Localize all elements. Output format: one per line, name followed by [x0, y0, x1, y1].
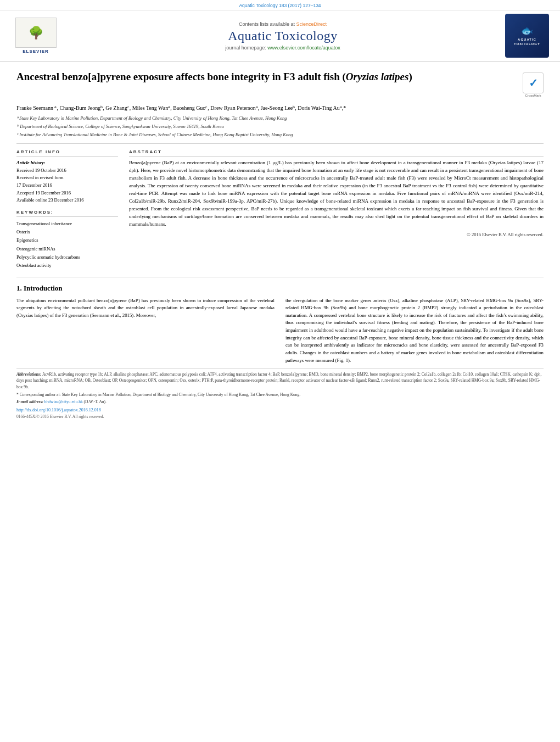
keywords-section: Keywords: Transgenerational inheritance …	[16, 210, 118, 270]
affiliation-a: ᵃ State Key Laboratory in Marine Polluti…	[16, 115, 544, 122]
intro-col-left: The ubiquitous environmental pollutant b…	[16, 297, 275, 365]
available-date: Available online 23 December 2016	[16, 197, 118, 204]
keywords-list: Transgenerational inheritance Osterix Ep…	[16, 220, 118, 270]
aquatic-toxicology-badge: 🐟 AQUATICTOXIcoLOGY	[505, 14, 549, 58]
abbreviations-text: AcvR1b, activating receptor type 1b; ALP…	[16, 372, 541, 389]
journal-reference: Aquatic Toxicology 183 (2017) 127–134	[0, 0, 560, 10]
homepage-url[interactable]: www.elsevier.com/locate/aquatox	[267, 45, 340, 51]
page: Aquatic Toxicology 183 (2017) 127–134 🌳 …	[0, 0, 560, 742]
issn-line: 0166-445X/© 2016 Elsevier B.V. All right…	[16, 414, 544, 420]
affiliation-c: ᶜ Institute for Advancing Translational …	[16, 131, 544, 138]
email-label: E-mail address:	[16, 399, 43, 404]
keyword-5: Polycyclic aromatic hydrocarbons	[16, 253, 118, 261]
article-title-end: )	[408, 71, 412, 82]
article-title: Ancestral benzo[a]pyrene exposure affect…	[16, 70, 523, 84]
affiliations: ᵃ State Key Laboratory in Marine Polluti…	[16, 115, 544, 144]
fish-icon: 🐟	[521, 25, 533, 37]
section-divider	[16, 277, 544, 277]
keyword-2: Osterix	[16, 228, 118, 236]
article-info-column: ARTICLE INFO Article history: Received 1…	[16, 149, 118, 270]
introduction-section: 1. Introduction The ubiquitous environme…	[16, 284, 544, 365]
contents-label-text: Contents lists available at	[239, 21, 295, 27]
footnotes-section: Abbreviations: AcvR1b, activating recept…	[16, 369, 544, 420]
affiliation-b: ᵇ Department of Biological Science, Coll…	[16, 123, 544, 130]
abstract-column: ABSTRACT Benzo[a]pyrene (BaP) at an envi…	[129, 149, 544, 270]
doi-link[interactable]: http://dx.doi.org/10.1016/j.aquatox.2016…	[16, 408, 101, 412]
elsevier-logo-box: 🌳	[15, 18, 57, 48]
intro-col1-text: The ubiquitous environmental pollutant b…	[16, 297, 275, 320]
journal-header-center: Contents lists available at ScienceDirec…	[60, 21, 505, 51]
crossmark-inner: ✓	[523, 72, 544, 93]
crossmark-badge[interactable]: ✓ CrossMark	[523, 72, 544, 93]
email-suffix: (D.W.-T. Au).	[84, 399, 107, 404]
journal-ref-text: Aquatic Toxicology 183 (2017) 127–134	[239, 3, 321, 8]
received-date: Received 19 October 2016	[16, 167, 118, 175]
article-title-text: Ancestral benzo[a]pyrene exposure affect…	[16, 71, 346, 82]
contents-available: Contents lists available at ScienceDirec…	[71, 21, 494, 27]
aff-b-text: ᵇ Department of Biological Science, Coll…	[16, 124, 224, 129]
received-revised-label: Received in revised form	[16, 174, 118, 182]
abbreviations: Abbreviations: AcvR1b, activating recept…	[16, 371, 544, 390]
journal-header: 🌳 ELSEVIER Contents lists available at S…	[0, 10, 560, 62]
article-info-label: ARTICLE INFO	[16, 149, 118, 157]
elsevier-label: ELSEVIER	[23, 49, 49, 54]
homepage-label: journal homepage:	[225, 45, 266, 51]
elsevier-logo: 🌳 ELSEVIER	[11, 18, 60, 54]
article-info-section: ARTICLE INFO Article history: Received 1…	[16, 149, 118, 204]
article-meta-columns: ARTICLE INFO Article history: Received 1…	[16, 149, 544, 270]
keyword-6: Osteoblast activity	[16, 261, 118, 270]
journal-title: Aquatic Toxicology	[71, 29, 494, 43]
abbreviations-label: Abbreviations:	[16, 372, 41, 377]
intro-heading: 1. Introduction	[16, 284, 544, 293]
email-link[interactable]: bhdwtau@cityu.edu.hk	[44, 399, 83, 404]
abstract-label: ABSTRACT	[129, 149, 544, 157]
article-title-italic: Oryzias latipes	[346, 71, 409, 82]
main-content: Ancestral benzo[a]pyrene exposure affect…	[0, 62, 560, 428]
intro-number: 1.	[16, 284, 22, 292]
history-label: Article history:	[16, 160, 46, 165]
intro-col-right: the deregulation of the bone marker gene…	[285, 297, 544, 365]
aff-a-text: ᵃ State Key Laboratory in Marine Polluti…	[16, 115, 287, 121]
crossmark-icon: ✓	[529, 76, 538, 90]
accepted-date: Accepted 19 December 2016	[16, 189, 118, 197]
keyword-4: Osteogenic miRNAs	[16, 245, 118, 253]
elsevier-tree-icon: 🌳	[29, 26, 43, 40]
corresponding-author: * Corresponding author at: State Key Lab…	[16, 392, 544, 398]
keyword-1: Transgenerational inheritance	[16, 220, 118, 228]
email-line: E-mail address: bhdwtau@cityu.edu.hk (D.…	[16, 399, 544, 405]
keyword-3: Epigenetics	[16, 236, 118, 244]
corresponding-label: * Corresponding author at:	[16, 392, 61, 397]
sciencedirect-link[interactable]: ScienceDirect	[296, 21, 327, 27]
corresponding-text: State Key Laboratory in Marine Pollution…	[62, 392, 301, 397]
doi-line: http://dx.doi.org/10.1016/j.aquatox.2016…	[16, 407, 544, 414]
abstract-text: Benzo[a]pyrene (BaP) at an environmental…	[129, 159, 544, 228]
crossmark-label: CrossMark	[523, 94, 544, 97]
article-history: Article history: Received 19 October 201…	[16, 159, 118, 204]
keywords-label: Keywords:	[16, 210, 118, 217]
intro-col2-text: the deregulation of the bone marker gene…	[285, 297, 544, 365]
article-title-section: Ancestral benzo[a]pyrene exposure affect…	[16, 70, 544, 98]
authors-text: Frauke Seemann ᵃ, Chang-Bum Jeongᵇ, Ge Z…	[16, 105, 346, 111]
journal-homepage: journal homepage: www.elsevier.com/locat…	[71, 45, 494, 51]
copyright-line: © 2016 Elsevier B.V. All rights reserved…	[129, 232, 544, 237]
aff-c-text: ᶜ Institute for Advancing Translational …	[16, 132, 293, 137]
badge-top-text: AQUATICTOXIcoLOGY	[514, 38, 540, 47]
intro-body-columns: The ubiquitous environmental pollutant b…	[16, 297, 544, 365]
authors-line: Frauke Seemann ᵃ, Chang-Bum Jeongᵇ, Ge Z…	[16, 104, 544, 112]
intro-title: Introduction	[24, 284, 63, 292]
received-revised-date: 17 December 2016	[16, 182, 118, 189]
